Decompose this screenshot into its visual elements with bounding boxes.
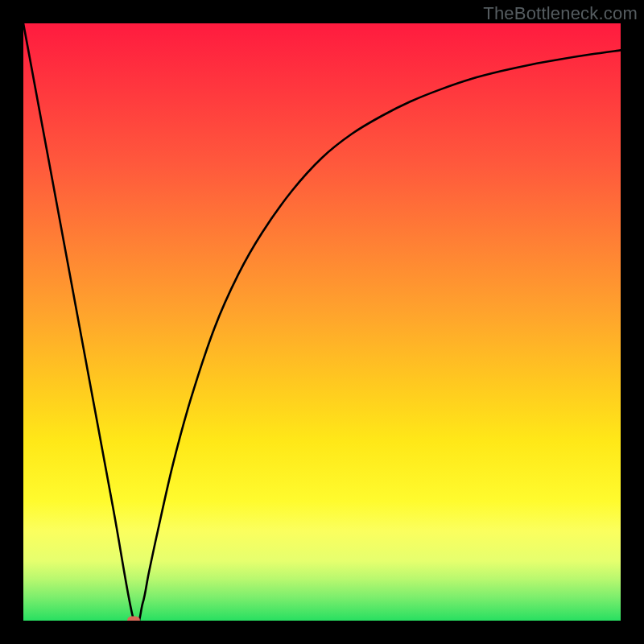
bottleneck-curve — [23, 23, 621, 621]
minimum-marker — [127, 617, 140, 621]
watermark-text: TheBottleneck.com — [483, 3, 638, 24]
chart-frame: TheBottleneck.com — [0, 0, 644, 644]
plot-area — [23, 23, 621, 621]
